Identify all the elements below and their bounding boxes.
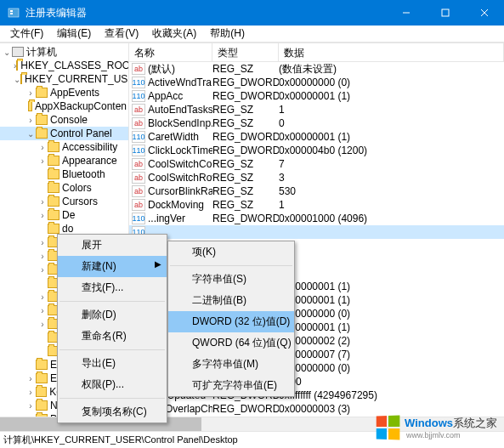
expand-icon[interactable]: › (37, 211, 48, 220)
value-data: 0x00000000 (0) (279, 77, 504, 88)
menu-favorites[interactable]: 收藏夹(A) (145, 25, 203, 43)
tree-row[interactable]: ⌄计算机 (0, 45, 128, 59)
value-type: REG_DWORD (212, 77, 279, 88)
tree-row[interactable]: Colors (0, 181, 128, 195)
new-binary[interactable]: 二进制值(B) (168, 290, 294, 311)
ctx-permissions[interactable]: 权限(P)... (58, 374, 167, 395)
menu-file[interactable]: 文件(F) (3, 25, 50, 43)
expand-icon[interactable]: › (37, 320, 48, 329)
expand-icon[interactable]: › (25, 401, 36, 411)
expand-icon[interactable]: › (25, 388, 36, 397)
tree-row[interactable]: ›HKEY_CLASSES_ROOT (0, 59, 128, 72)
ctx-expand[interactable]: 展开 (58, 235, 167, 256)
list-row[interactable]: abAutoEndTasksREG_SZ1 (129, 103, 504, 116)
value-data: 0x00000007 (7) (279, 349, 504, 360)
folder-icon (48, 142, 59, 152)
new-multistring[interactable]: 多字符串值(M) (168, 354, 294, 375)
expand-icon[interactable]: › (37, 292, 48, 302)
list-row[interactable]: abBlockSendInp...REG_SZ0 (129, 116, 504, 130)
expand-icon[interactable]: › (37, 306, 48, 315)
new-qword[interactable]: QWORD (64 位)值(Q) (168, 332, 294, 354)
new-expandstring[interactable]: 可扩充字符串值(E) (168, 375, 294, 396)
dword-value-icon: 110 (132, 145, 145, 156)
tree-row[interactable]: ›AppEvents (0, 86, 128, 99)
value-type: REG_SZ (212, 117, 279, 129)
list-row[interactable]: abCursorBlinkRateREG_SZ530 (129, 184, 504, 198)
tree-row[interactable]: ⌄HKEY_CURRENT_USER (0, 72, 128, 86)
tree-row[interactable]: ›Cursors (0, 195, 128, 208)
list-row[interactable]: ab(默认)REG_SZ(数值未设置) (129, 62, 504, 76)
list-row[interactable]: 110CaretWidthREG_DWORD0x00000001 (1) (129, 130, 504, 144)
tree-row[interactable]: ›Appearance (0, 154, 128, 167)
value-data: 3 (279, 172, 504, 184)
collapse-icon[interactable]: ⌄ (25, 129, 36, 139)
tree-label: Appearance (62, 155, 117, 167)
menu-help[interactable]: 帮助(H) (203, 25, 252, 43)
list-row[interactable]: 110ActiveWndTra...REG_DWORD0x00000000 (0… (129, 76, 504, 89)
new-string[interactable]: 字符串值(S) (168, 269, 294, 290)
expand-icon[interactable]: › (37, 156, 48, 166)
new-key[interactable]: 项(K) (168, 241, 294, 263)
list-row[interactable]: abCoolSwitchCol...REG_SZ7 (129, 157, 504, 171)
tree-row[interactable]: Bluetooth (0, 167, 128, 181)
value-data: (数值未设置) (279, 62, 504, 77)
value-name: (默认) (148, 62, 212, 77)
folder-icon (48, 210, 59, 220)
menu-view[interactable]: 查看(V) (98, 25, 145, 43)
list-row[interactable]: abDockMovingREG_SZ1 (129, 198, 504, 212)
list-row[interactable]: 110ClickLockTimeREG_DWORD0x000004b0 (120… (129, 144, 504, 157)
col-name[interactable]: 名称 (129, 43, 212, 61)
ctx-rename[interactable]: 重命名(R) (58, 326, 167, 347)
ctx-delete[interactable]: 删除(D) (58, 304, 167, 326)
ctx-export[interactable]: 导出(E) (58, 353, 167, 374)
ctx-new[interactable]: 新建(N)▶ (58, 256, 167, 277)
tree-label: AppXBackupConten (35, 100, 127, 112)
minimize-button[interactable] (387, 0, 426, 26)
computer-icon (12, 47, 24, 57)
tree-row[interactable]: ›Accessibility (0, 140, 128, 154)
list-row[interactable]: 110...ingVerREG_DWORD0x00001000 (4096) (129, 212, 504, 225)
list-row[interactable]: 110LeftOverlapCh...REG_DWORD0x00000003 (… (129, 402, 504, 416)
tree-row[interactable]: AppXBackupConten (0, 99, 128, 113)
value-data: 0x00000001 (1) (279, 294, 504, 306)
value-type: REG_SZ (212, 199, 279, 211)
expand-icon[interactable]: › (25, 116, 36, 125)
tree-label: 计算机 (26, 45, 57, 60)
expand-icon[interactable]: › (25, 415, 36, 417)
folder-icon (36, 373, 48, 383)
collapse-icon[interactable]: ⌄ (2, 48, 12, 57)
expand-icon[interactable]: › (37, 197, 48, 207)
list-row[interactable]: 110AppAccREG_DWORD0x00000001 (1) (129, 89, 504, 103)
new-dword[interactable]: DWORD (32 位)值(D) (168, 311, 294, 332)
expand-icon[interactable]: › (25, 374, 36, 383)
value-type: REG_DWORD (212, 403, 279, 415)
expand-icon[interactable]: › (25, 88, 36, 98)
string-value-icon: ab (132, 104, 145, 116)
tree-row[interactable]: ›De (0, 208, 128, 222)
col-type[interactable]: 类型 (212, 43, 279, 61)
col-data[interactable]: 数据 (279, 43, 504, 61)
value-data: 0 (279, 117, 504, 129)
close-button[interactable] (465, 0, 504, 26)
list-row[interactable]: 110 (129, 225, 504, 239)
menu-edit[interactable]: 编辑(E) (50, 25, 98, 43)
folder-icon (36, 128, 48, 139)
svg-rect-4 (442, 9, 449, 16)
expand-icon[interactable]: › (37, 265, 48, 275)
menu-separator (170, 265, 292, 266)
tree-row[interactable]: ›Console (0, 113, 128, 127)
ctx-copyname[interactable]: 复制项名称(C) (58, 401, 167, 422)
value-data: 0x00001000 (4096) (279, 213, 504, 224)
expand-icon[interactable]: › (37, 252, 48, 261)
collapse-icon[interactable]: ⌄ (14, 75, 20, 84)
tree-row[interactable]: ⌄Control Panel (0, 127, 128, 140)
ctx-find[interactable]: 查找(F)... (58, 277, 167, 298)
expand-icon[interactable]: › (37, 143, 48, 152)
tree-label: Bluetooth (62, 168, 105, 180)
svg-rect-0 (8, 9, 19, 17)
list-row[interactable]: abCoolSwitchRowsREG_SZ3 (129, 171, 504, 184)
value-type: REG_SZ (212, 158, 279, 170)
expand-icon[interactable]: › (37, 238, 48, 247)
maximize-button[interactable] (426, 0, 465, 26)
string-value-icon: ab (132, 63, 145, 75)
